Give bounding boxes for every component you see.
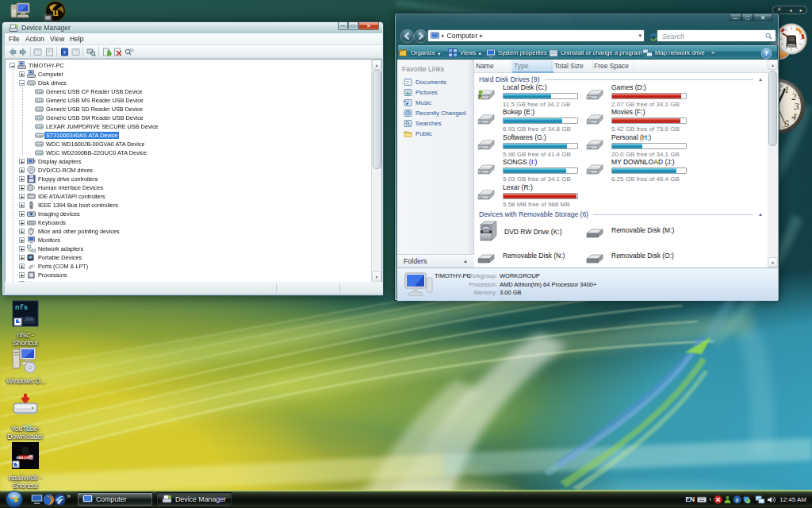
svg-text:a: a xyxy=(735,496,738,502)
svg-text:DVD: DVD xyxy=(483,230,489,233)
svg-text:?: ? xyxy=(765,50,768,57)
svg-text:nfs: nfs xyxy=(15,304,28,312)
svg-text:u: u xyxy=(52,6,59,18)
svg-text:?: ? xyxy=(63,49,67,56)
svg-text:08: 08 xyxy=(29,456,33,460)
svg-text:28%: 28% xyxy=(787,43,795,48)
svg-text:4: 4 xyxy=(791,111,796,122)
